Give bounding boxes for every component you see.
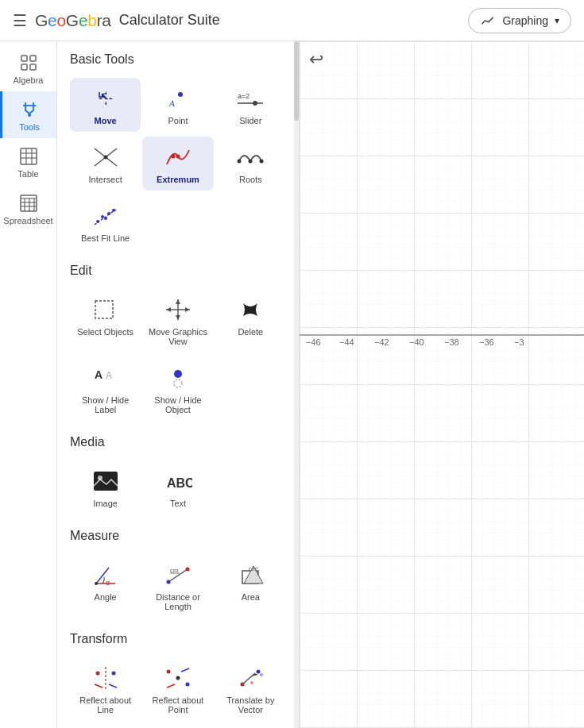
sidebar-item-spreadsheet[interactable]: Spreadsheet bbox=[0, 185, 56, 232]
tool-image-label: Image bbox=[93, 499, 118, 508]
undo-button[interactable]: ↩ bbox=[309, 49, 323, 70]
svg-point-29 bbox=[249, 160, 253, 164]
tool-reflect-line[interactable]: Reflect about Line bbox=[70, 657, 141, 721]
graphing-label: Graphing bbox=[502, 14, 548, 27]
tool-extremum[interactable]: Extremum bbox=[142, 137, 213, 191]
svg-line-72 bbox=[181, 668, 189, 672]
algebra-icon bbox=[18, 52, 39, 73]
tool-best-fit-line[interactable]: Best Fit Line bbox=[70, 195, 141, 249]
svg-point-30 bbox=[260, 160, 264, 164]
svg-text:−36: −36 bbox=[479, 337, 494, 347]
tool-angle[interactable]: α Angle bbox=[70, 554, 141, 618]
svg-line-67 bbox=[109, 684, 117, 688]
tool-roots-label: Roots bbox=[239, 175, 262, 184]
tools-panel: Basic Tools ↖ Move A Point bbox=[57, 41, 300, 728]
svg-point-69 bbox=[166, 670, 170, 674]
svg-marker-40 bbox=[176, 299, 180, 304]
svg-text:−40: −40 bbox=[409, 337, 424, 347]
svg-marker-41 bbox=[176, 315, 180, 320]
svg-rect-1 bbox=[30, 56, 36, 61]
tool-show-hide-object[interactable]: Show / Hide Object bbox=[142, 357, 213, 421]
svg-rect-0 bbox=[21, 56, 27, 61]
svg-point-64 bbox=[95, 672, 99, 676]
section-title-edit: Edit bbox=[70, 264, 286, 278]
move-graphics-icon bbox=[162, 295, 194, 324]
section-basic-tools: Basic Tools ↖ Move A Point bbox=[70, 52, 286, 249]
tool-translate-vector[interactable]: Translate by Vector bbox=[215, 657, 286, 721]
svg-point-78 bbox=[260, 673, 263, 676]
svg-point-70 bbox=[185, 683, 189, 687]
svg-point-46 bbox=[174, 370, 182, 378]
show-label-icon: A A bbox=[90, 364, 122, 392]
tool-reflect-point[interactable]: Reflect about Point bbox=[142, 657, 213, 721]
svg-text:−46: −46 bbox=[306, 337, 321, 347]
graphing-button[interactable]: Graphing ▾ bbox=[468, 8, 571, 33]
tool-show-hide-label[interactable]: A A Show / Hide Label bbox=[70, 357, 141, 421]
show-object-icon bbox=[162, 364, 194, 392]
graph-area: ↩ −46 −44 −42 −40 −38 −36 − bbox=[300, 41, 584, 728]
svg-point-25 bbox=[103, 156, 107, 160]
tool-bestfit-label: Best Fit Line bbox=[81, 233, 130, 243]
tool-text-label: Text bbox=[170, 499, 186, 508]
svg-line-71 bbox=[167, 684, 175, 688]
sidebar-item-table[interactable]: Table bbox=[0, 138, 56, 185]
svg-text:A: A bbox=[95, 368, 102, 381]
reflect-point-icon bbox=[162, 664, 194, 692]
svg-marker-43 bbox=[185, 307, 190, 312]
svg-text:↖: ↖ bbox=[100, 90, 110, 102]
distance-icon: cm bbox=[162, 560, 194, 589]
svg-text:−44: −44 bbox=[339, 337, 354, 347]
roots-icon bbox=[234, 143, 266, 171]
tool-text[interactable]: ABC Text bbox=[142, 460, 213, 514]
svg-point-22 bbox=[253, 101, 257, 106]
tool-intersect[interactable]: Intersect bbox=[70, 137, 141, 191]
app-title: Calculator Suite bbox=[119, 12, 220, 29]
intersect-icon bbox=[90, 143, 122, 171]
section-transform: Transform Reflect about Line bbox=[70, 632, 286, 721]
sidebar-item-algebra[interactable]: Algebra bbox=[0, 44, 56, 91]
section-title-transform: Transform bbox=[70, 632, 286, 646]
tool-distance[interactable]: cm Distance or Length bbox=[142, 554, 213, 618]
spreadsheet-icon bbox=[18, 193, 39, 214]
tool-area[interactable]: cm² Area bbox=[215, 554, 286, 618]
area-icon: cm² bbox=[234, 560, 266, 589]
tool-select-label: Select Objects bbox=[77, 327, 133, 337]
section-edit: Edit Select Objects bbox=[70, 264, 286, 421]
svg-point-57 bbox=[185, 568, 189, 572]
svg-point-26 bbox=[176, 155, 180, 159]
reflect-line-icon bbox=[90, 664, 122, 692]
tool-select-objects[interactable]: Select Objects bbox=[70, 289, 141, 352]
svg-point-47 bbox=[174, 379, 182, 387]
delete-icon bbox=[234, 295, 266, 324]
svg-point-77 bbox=[250, 681, 253, 684]
table-icon bbox=[18, 146, 39, 167]
svg-point-32 bbox=[101, 215, 104, 218]
slider-icon: a=2 bbox=[234, 84, 266, 113]
svg-text:A: A bbox=[168, 98, 175, 108]
tool-slider[interactable]: a=2 Slider bbox=[215, 78, 286, 132]
tool-point[interactable]: A Point bbox=[142, 78, 213, 132]
tool-move-graphics[interactable]: Move Graphics View bbox=[142, 289, 213, 352]
svg-text:a=2: a=2 bbox=[238, 92, 249, 100]
tool-delete[interactable]: Delete bbox=[215, 289, 286, 352]
tool-move-graphics-label: Move Graphics View bbox=[145, 327, 210, 346]
section-media: Media Image ABC bbox=[70, 435, 286, 514]
tool-area-label: Area bbox=[242, 592, 260, 602]
sidebar-item-tools[interactable]: Tools bbox=[0, 91, 56, 138]
svg-point-27 bbox=[171, 155, 175, 159]
tool-roots[interactable]: Roots bbox=[215, 137, 286, 191]
graphing-icon bbox=[480, 13, 496, 29]
svg-point-28 bbox=[238, 160, 242, 164]
logo: GeoGebra bbox=[35, 11, 111, 30]
extremum-icon bbox=[162, 143, 194, 171]
svg-rect-3 bbox=[30, 64, 36, 70]
translate-icon bbox=[234, 664, 266, 692]
sidebar-spreadsheet-label: Spreadsheet bbox=[3, 216, 52, 225]
tool-image[interactable]: Image bbox=[70, 460, 141, 514]
hamburger-icon[interactable]: ☰ bbox=[13, 13, 27, 29]
section-title-media: Media bbox=[70, 435, 286, 449]
point-icon: A bbox=[162, 84, 194, 113]
tool-move[interactable]: ↖ Move bbox=[70, 78, 141, 132]
tool-reflect-point-label: Reflect about Point bbox=[145, 695, 210, 715]
section-title-basic-tools: Basic Tools bbox=[70, 52, 286, 67]
